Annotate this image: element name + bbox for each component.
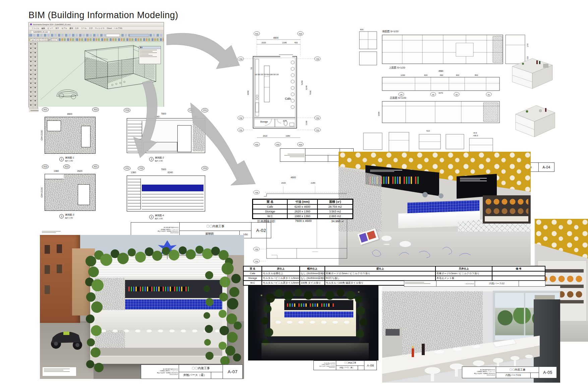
drawing-title: 内観パース01 [496, 373, 530, 378]
interior2-label: 内観パース02 [475, 281, 519, 286]
elevation-number: 2 [149, 157, 154, 161]
cad-application-window: Vectorworks Designer 2014 - [CafeDEMO_01… [28, 22, 164, 107]
dim-label: 3470 [438, 92, 443, 94]
dim-label: 6240 [154, 115, 160, 118]
ivy-foliage [40, 235, 244, 379]
cad-menu-item[interactable]: ツール [81, 27, 87, 30]
interior-render-2: 東京都知事登録第0000号一級建築士事務所インターコア建設大臣認定一級建築士第0… [382, 286, 560, 383]
cad-menu-item[interactable]: ウィンドウ [95, 27, 104, 30]
elevation-4-label: 4 展開図-4 縮尺 1:50 [149, 214, 164, 220]
cad-tool-palette[interactable] [29, 42, 38, 108]
dim-label: 2020 [281, 182, 286, 184]
elevation-name: 展開図-1 [65, 156, 74, 159]
elevation-3-label: 3 展開図-3 縮尺 1:50 [59, 213, 74, 220]
sheet-floor-plan: 4600 2020 2180 400 2620 1980 100 300 200… [221, 26, 355, 163]
elevation-2-drawing [127, 118, 205, 153]
cad-menu-item[interactable]: 編集 [42, 27, 45, 30]
elevation-scale: 縮尺 1:50 [65, 160, 73, 162]
cad-menu-item[interactable]: Cloud [107, 27, 112, 29]
elevation-scale: 縮尺 1:50 [65, 217, 73, 219]
finish-header: 幅木仕上 [300, 266, 325, 271]
view-label-side: 側面図 S=1/20 [382, 30, 399, 33]
item-bubble: 01 [488, 94, 490, 96]
grid-bubble: X01 [42, 107, 49, 112]
cad-toolbar-field[interactable] [106, 34, 120, 37]
grid-bubble: X02 [63, 164, 70, 169]
dim-label: 4600 [273, 37, 279, 39]
titleblock-a08: 東京都知事登録第0000号一級建築士事務所インターコア建設大臣認定一級建築士第0… [313, 360, 377, 370]
cad-menu-item[interactable]: 加工 [55, 27, 59, 30]
elevation-number: 1 [59, 157, 64, 161]
cad-toolbar-dropdown[interactable] [129, 34, 149, 37]
titleblock-a07: 東京都知事登録第0000号一級建築士事務所インターコア建設大臣認定一級建築士第0… [141, 365, 243, 379]
cad-menu-item[interactable]: 文字 [89, 27, 93, 30]
grid-bubble: Y02 [316, 117, 319, 119]
menu-board-2 [457, 174, 497, 199]
room-label-wc: 便 所 [283, 120, 287, 122]
dim-label: 750 [250, 67, 252, 70]
dim-label: 270 [527, 43, 529, 47]
grid-bubble: Y03 [201, 166, 208, 171]
grid-bubble: Y03 [255, 192, 258, 194]
cad-document-tab[interactable]: CafeDEMO_01.vwx [31, 30, 50, 33]
photo-caption-block [43, 367, 76, 376]
sheet-number: A-08 [364, 361, 376, 370]
cad-menu-item[interactable]: ビュー [48, 27, 53, 30]
dim-label: 800 [475, 74, 478, 76]
motorbike [47, 314, 87, 351]
dim-label: 400 [294, 42, 298, 44]
interior2-title-strip: 2014年0月0日 内観パース02 [404, 281, 545, 287]
exterior-photo-night [248, 279, 378, 360]
dim-label: 1290 [401, 74, 405, 76]
elevation-number: 4 [149, 215, 154, 219]
cad-menu-item[interactable]: 建築・土木 [69, 27, 79, 30]
elevation-3-drawing [45, 174, 96, 211]
grid-bubble: X03 [92, 107, 99, 112]
dim-label: 720 [527, 56, 529, 60]
cad-toolbar-mode[interactable]: セレクションツール 標準モード [29, 38, 164, 42]
dim-label: 2620 [263, 135, 268, 137]
dim-label: 2180 [282, 42, 287, 44]
drawing-title: 外観パース（昼） [179, 372, 211, 379]
grid-bubble: Y01 [239, 129, 242, 131]
elevation-name: 展開図-4 [155, 214, 164, 216]
cad-drawing-canvas[interactable]: 属性 [38, 42, 164, 108]
dim-label: 600 [456, 74, 460, 76]
project-name: 〇〇内装工事 [336, 361, 364, 366]
elevation-name: 展開図-3 [65, 213, 74, 216]
dim-label: 2620 [77, 170, 82, 172]
cad-menu-item[interactable]: モデル [61, 27, 67, 30]
cad-menubar: ファイル編集ビュー加工モデル建築・土木ツール文字ウィンドウCloudヘルプ(H) [29, 27, 164, 30]
dim-label: 6240 [168, 171, 173, 174]
dim-label: 435.5 [473, 135, 478, 137]
drawing-scale [211, 372, 223, 379]
area-header: 寸法 (mm) [287, 199, 317, 204]
elevation-name: 展開図-2 [155, 156, 164, 159]
grid-bubble: X03 [299, 33, 302, 35]
cad-attributes-palette[interactable]: 属性 [139, 46, 161, 64]
cad-toolbar-top[interactable] [29, 33, 164, 38]
floor-plan-drawing: 4600 2020 2180 400 2620 1980 100 300 200… [221, 26, 355, 163]
cad-menu-item[interactable]: ファイル [32, 27, 39, 30]
project-name: 〇〇内装工事 [179, 365, 223, 372]
exterior-photo-day: 東京都知事登録第0000号一級建築士事務所インターコア建設大臣認定一級建築士第0… [40, 235, 244, 379]
grid-bubble: X03 [299, 144, 302, 146]
elevation-1-drawing [45, 117, 96, 154]
dim-label: 4600 [291, 176, 296, 179]
dim-label: 7600 [161, 112, 166, 115]
room-label-cafe: Cafe [285, 97, 291, 100]
cad-tool-hint: セレクションツール 標準モード [30, 39, 57, 41]
dim-label: 44.5 [473, 132, 477, 134]
grid-bubble: Y01 [316, 129, 319, 131]
grid-bubble: X01 [92, 164, 99, 169]
page-title: BIM (Building Information Modeling) [28, 10, 178, 20]
grid-bubble: Y03 [124, 108, 130, 112]
dim-label: 600 [360, 29, 364, 31]
dim-label: 6240 [305, 85, 307, 90]
cad-menu-item[interactable]: ヘルプ(H) [114, 27, 122, 30]
street-reflection [261, 343, 369, 360]
blue-counter-band [142, 185, 203, 191]
item-bubble: 03 [432, 94, 434, 96]
dim-label: 6080 [247, 90, 249, 95]
view-label-top: 上面図 S=1/20 [389, 66, 405, 69]
